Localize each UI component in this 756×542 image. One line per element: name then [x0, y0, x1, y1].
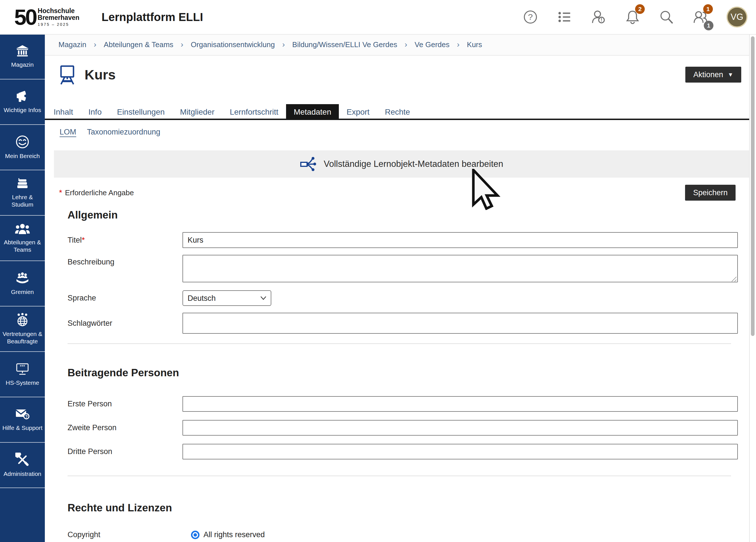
edit-full-metadata-banner[interactable]: Vollständige Lernobjekt-Metadaten bearbe… — [54, 150, 749, 178]
chevron-right-icon: › — [181, 40, 183, 49]
sidebar-label: Vertretungen & Beauftragte — [1, 330, 44, 345]
notification-badge: 2 — [635, 4, 645, 14]
page-scrollbar[interactable] — [749, 35, 756, 542]
tools-icon — [15, 453, 30, 467]
breadcrumb: Magazin› Abteilungen & Teams› Organisati… — [45, 34, 749, 56]
speichern-label: Speichern — [693, 188, 728, 197]
tab-metadaten[interactable]: Metadaten — [286, 104, 339, 120]
speichern-button[interactable]: Speichern — [685, 185, 736, 201]
awareness-button[interactable]: ! — [590, 9, 607, 25]
books-icon — [15, 177, 30, 190]
edit-full-metadata-label: Vollständige Lernobjekt-Metadaten bearbe… — [324, 159, 503, 169]
breadcrumb-item[interactable]: Abteilungen & Teams — [104, 40, 173, 49]
sidebar-label: Gremien — [11, 288, 34, 296]
svg-text:***: *** — [20, 364, 25, 369]
sidebar-item-wichtige-infos[interactable]: Wichtige Infos — [0, 79, 45, 125]
schlagwoerter-input[interactable] — [182, 313, 738, 334]
people-group-icon — [15, 223, 30, 235]
sidebar-label: Hilfe & Support — [2, 424, 42, 432]
field-label-titel: Titel* — [68, 232, 182, 248]
breadcrumb-item[interactable]: Magazin — [58, 40, 86, 49]
sidebar-label: Administration — [3, 470, 41, 478]
course-easel-icon — [58, 64, 76, 85]
field-label-erste-person: Erste Person — [68, 396, 182, 412]
sprache-select[interactable]: Deutsch — [182, 290, 271, 306]
monitor-icon: *** — [15, 362, 30, 376]
chevron-right-icon: › — [457, 40, 459, 49]
tab-einstellungen[interactable]: Einstellungen — [109, 104, 172, 120]
sidebar-label: Mein Bereich — [5, 152, 40, 160]
titel-input[interactable] — [182, 232, 738, 248]
breadcrumb-item[interactable]: Bildung/Wissen/ELLI Ve Gerdes — [292, 40, 397, 49]
help-button[interactable]: ? — [522, 9, 539, 25]
svg-text:!: ! — [601, 17, 602, 23]
list-icon — [557, 9, 572, 25]
field-label-schlagwoerter: Schlagwörter — [68, 313, 182, 334]
list-view-button[interactable] — [556, 9, 573, 25]
subtab-lom[interactable]: LOM — [60, 128, 76, 136]
scrollbar-thumb[interactable] — [751, 36, 755, 336]
subtab-taxonomiezuordnung[interactable]: Taxonomiezuordnung — [87, 128, 160, 136]
sidebar-item-abteilungen-teams[interactable]: Abteilungen & Teams — [0, 216, 45, 261]
sidebar-item-vertretungen[interactable]: Vertretungen & Beauftragte — [0, 306, 45, 352]
svg-text:?: ? — [528, 12, 533, 22]
breadcrumb-item[interactable]: Organisationsentwicklung — [191, 40, 275, 49]
sidebar-label: Abteilungen & Teams — [1, 239, 44, 253]
dritte-person-input[interactable] — [182, 444, 738, 459]
tab-rechte[interactable]: Rechte — [377, 104, 418, 120]
contacts-button[interactable]: 1 1 — [692, 9, 709, 25]
tab-inhalt[interactable]: Inhalt — [46, 104, 81, 120]
sidebar-label: Lehre & Studium — [1, 194, 44, 208]
section-divider — [68, 343, 731, 344]
contacts-badge-top: 1 — [703, 4, 713, 14]
search-button[interactable] — [658, 9, 675, 25]
sidebar-item-hilfe-support[interactable]: ? Hilfe & Support — [0, 397, 45, 443]
sidebar-item-mein-bereich[interactable]: Mein Bereich — [0, 125, 45, 170]
logo-50-mark: 50 — [14, 6, 36, 28]
field-label-dritte-person: Dritte Person — [68, 444, 182, 459]
sidebar-item-gremien[interactable]: Gremien — [0, 261, 45, 306]
search-icon — [659, 9, 675, 25]
erste-person-input[interactable] — [182, 396, 738, 412]
chevron-right-icon: › — [405, 40, 407, 49]
sidebar-item-lehre-studium[interactable]: Lehre & Studium — [0, 170, 45, 216]
logo-years: 1975 – 2025 — [38, 22, 79, 27]
field-label-sprache: Sprache — [68, 290, 182, 306]
zweite-person-input[interactable] — [182, 420, 738, 436]
committee-icon — [15, 271, 30, 285]
section-title-beitragende-personen: Beitragende Personen — [68, 366, 749, 380]
tab-export[interactable]: Export — [339, 104, 377, 120]
sidebar-item-magazin[interactable]: Magazin — [0, 34, 45, 79]
required-hint-label: Erforderliche Angabe — [65, 188, 134, 197]
tab-lernfortschritt[interactable]: Lernfortschritt — [222, 104, 286, 120]
sidebar-item-hs-systeme[interactable]: *** HS-Systeme — [0, 352, 45, 397]
globe-people-icon — [15, 313, 30, 327]
asterisk-icon: * — [82, 236, 85, 245]
main-sidebar: Magazin Wichtige Infos Mein Bereich Lehr… — [0, 34, 45, 542]
section-title-rechte-lizenzen: Rechte und Lizenzen — [68, 501, 749, 515]
logo-line2: Bremerhaven — [38, 14, 79, 21]
beschreibung-textarea[interactable] — [182, 255, 738, 282]
breadcrumb-item[interactable]: Ve Gerdes — [415, 40, 450, 49]
aktionen-button[interactable]: Aktionen ▼ — [685, 67, 741, 83]
tab-mitglieder[interactable]: Mitglieder — [172, 104, 222, 120]
user-avatar[interactable]: VG — [726, 7, 747, 28]
top-header: 50 Hochschule Bremerhaven 1975 – 2025 Le… — [0, 0, 756, 35]
section-title-allgemein: Allgemein — [68, 208, 749, 222]
field-label-beschreibung: Beschreibung — [68, 255, 182, 283]
hub-share-icon — [300, 156, 316, 172]
breadcrumb-item-current[interactable]: Kurs — [467, 40, 482, 49]
notifications-button[interactable]: 2 — [624, 9, 641, 25]
page-title: Kurs — [85, 67, 115, 83]
copyright-radio[interactable] — [191, 531, 199, 539]
field-label-zweite-person: Zweite Person — [68, 420, 182, 436]
required-hint: * Erforderliche Angabe — [59, 188, 134, 197]
sidebar-item-administration[interactable]: Administration — [0, 443, 45, 488]
sidebar-label: HS-Systeme — [6, 379, 39, 386]
section-divider — [68, 476, 731, 476]
tab-info[interactable]: Info — [81, 104, 110, 120]
sidebar-label: Wichtige Infos — [4, 106, 41, 114]
svg-text:?: ? — [25, 414, 28, 419]
chevron-right-icon: › — [94, 40, 96, 49]
tab-bar: Inhalt Info Einstellungen Mitglieder Ler… — [45, 103, 749, 120]
